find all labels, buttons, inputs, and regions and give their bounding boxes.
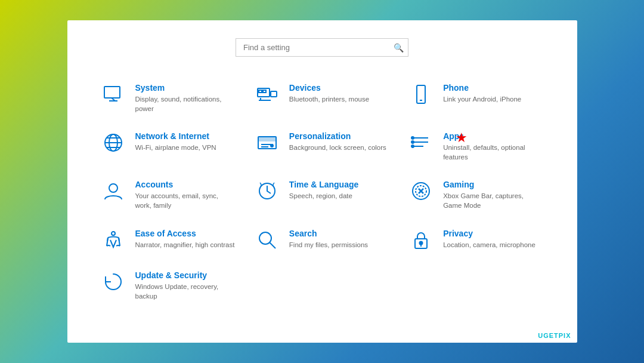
accounts-icon bbox=[101, 179, 126, 204]
time-icon bbox=[255, 179, 280, 204]
privacy-title: Privacy bbox=[443, 229, 535, 238]
apps-title: Apps bbox=[443, 131, 543, 141]
svg-line-33 bbox=[119, 238, 119, 241]
privacy-subtitle: Location, camera, microphone bbox=[443, 240, 535, 250]
svg-point-27 bbox=[109, 184, 117, 192]
accounts-subtitle: Your accounts, email, sync, work, family bbox=[135, 191, 236, 210]
phone-title: Phone bbox=[443, 83, 521, 93]
phone-icon bbox=[408, 82, 434, 107]
svg-rect-17 bbox=[258, 137, 276, 141]
svg-rect-7 bbox=[259, 90, 262, 93]
settings-item-privacy[interactable]: Privacy Location, camera, microphone bbox=[399, 219, 553, 261]
svg-point-24 bbox=[411, 137, 414, 139]
svg-point-25 bbox=[411, 141, 414, 143]
apps-icon bbox=[408, 130, 434, 155]
settings-item-time[interactable]: Time & Language Speech, region, date bbox=[245, 170, 399, 219]
settings-window: 🔍 System Display, sound, notifications, … bbox=[67, 20, 577, 343]
personalization-subtitle: Background, lock screen, colors bbox=[289, 143, 386, 152]
svg-line-35 bbox=[270, 242, 275, 248]
system-icon bbox=[101, 82, 126, 107]
ease-title: Ease of Access bbox=[135, 229, 235, 238]
settings-item-devices[interactable]: Devices Bluetooth, printers, mouse bbox=[245, 73, 399, 122]
time-title: Time & Language bbox=[289, 180, 358, 189]
settings-item-apps[interactable]: Apps Uninstall, defaults, optional featu… bbox=[399, 122, 553, 170]
svg-point-37 bbox=[420, 241, 423, 244]
svg-rect-0 bbox=[104, 87, 120, 98]
settings-item-ease[interactable]: Ease of Access Narrator, magnifier, high… bbox=[91, 219, 245, 261]
settings-item-system[interactable]: System Display, sound, notifications, po… bbox=[91, 73, 245, 122]
svg-line-32 bbox=[107, 238, 108, 241]
personalization-icon bbox=[255, 130, 280, 155]
personalization-title: Personalization bbox=[289, 131, 386, 141]
ease-icon bbox=[101, 227, 126, 253]
gaming-subtitle: Xbox Game Bar, captures, Game Mode bbox=[443, 191, 543, 210]
devices-subtitle: Bluetooth, printers, mouse bbox=[289, 94, 369, 104]
update-icon bbox=[101, 269, 126, 294]
accounts-title: Accounts bbox=[135, 180, 236, 189]
ease-subtitle: Narrator, magnifier, high contrast bbox=[135, 240, 235, 250]
search-bar-wrapper: 🔍 bbox=[236, 38, 408, 57]
watermark: UGETPIX bbox=[538, 332, 571, 339]
settings-item-search[interactable]: Search Find my files, permissions bbox=[245, 219, 399, 261]
network-title: Network & Internet bbox=[135, 131, 216, 141]
settings-item-update[interactable]: Update & Security Windows Update, recove… bbox=[91, 261, 245, 309]
gaming-title: Gaming bbox=[443, 180, 543, 189]
gaming-icon bbox=[408, 179, 434, 204]
settings-item-personalization[interactable]: Personalization Background, lock screen,… bbox=[245, 122, 399, 170]
search-settings-icon bbox=[255, 227, 280, 253]
privacy-icon bbox=[408, 227, 434, 253]
system-subtitle: Display, sound, notifications, power bbox=[135, 94, 236, 113]
time-subtitle: Speech, region, date bbox=[289, 191, 358, 201]
svg-rect-4 bbox=[271, 91, 277, 97]
svg-point-20 bbox=[270, 144, 274, 147]
svg-point-31 bbox=[112, 232, 115, 235]
phone-subtitle: Link your Android, iPhone bbox=[443, 94, 521, 104]
update-subtitle: Windows Update, recovery, backup bbox=[135, 282, 236, 301]
search-subtitle: Find my files, permissions bbox=[289, 240, 368, 250]
search-icon: 🔍 bbox=[394, 43, 404, 53]
search-title: Search bbox=[289, 229, 368, 238]
settings-grid: System Display, sound, notifications, po… bbox=[91, 73, 553, 309]
settings-item-accounts[interactable]: Accounts Your accounts, email, sync, wor… bbox=[91, 170, 245, 219]
network-subtitle: Wi-Fi, airplane mode, VPN bbox=[135, 143, 216, 152]
settings-item-gaming[interactable]: Gaming Xbox Game Bar, captures, Game Mod… bbox=[399, 170, 553, 219]
update-title: Update & Security bbox=[135, 270, 236, 280]
settings-item-phone[interactable]: Phone Link your Android, iPhone bbox=[399, 73, 553, 122]
svg-rect-8 bbox=[263, 90, 266, 93]
search-input[interactable] bbox=[236, 38, 408, 57]
settings-item-network[interactable]: Network & Internet Wi-Fi, airplane mode,… bbox=[91, 122, 245, 170]
devices-icon bbox=[255, 82, 280, 107]
system-title: System bbox=[135, 83, 236, 93]
apps-subtitle: Uninstall, defaults, optional features bbox=[443, 143, 543, 162]
svg-point-26 bbox=[411, 145, 414, 147]
network-icon bbox=[101, 130, 126, 155]
devices-title: Devices bbox=[289, 83, 369, 93]
